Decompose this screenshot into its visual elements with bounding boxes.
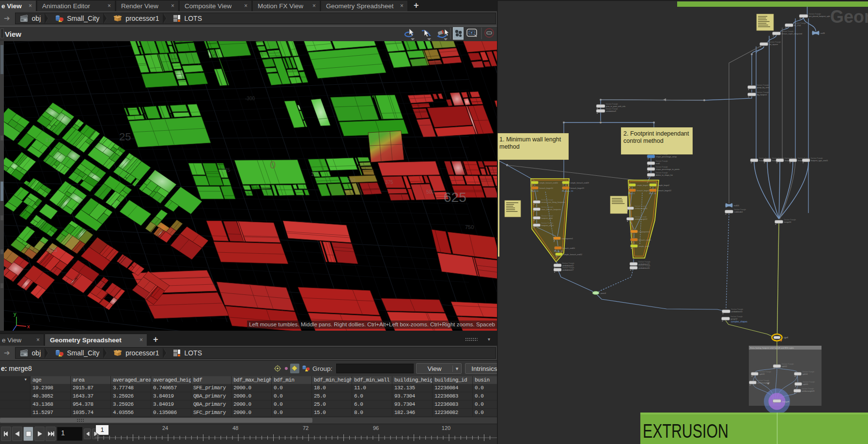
svg-text:split13: split13: [760, 373, 765, 375]
svg-text:Declare Triangle: Declare Triangle: [731, 308, 744, 310]
svg-text:null21: null21: [734, 204, 740, 207]
svg-text:simple_foreach_end19: simple_foreach_end19: [571, 182, 589, 184]
svg-text:split14: split14: [803, 373, 808, 375]
svg-text:attribdelete10: attribdelete10: [731, 311, 743, 313]
svg-text:big_footprint: big_footprint: [757, 94, 768, 96]
svg-text:attribdelete16: attribdelete16: [638, 267, 650, 269]
svg-text:attribwrangle23: attribwrangle23: [802, 390, 815, 392]
svg-text:Merge: 20: Merge: 20: [554, 250, 563, 252]
svg-text:-300: -300: [245, 96, 255, 101]
svg-text:Declare Triangle: Declare Triangle: [606, 108, 618, 110]
svg-text:footprint_select: footprint_select: [542, 225, 555, 227]
svg-text:Declare Triangle: Declare Triangle: [638, 261, 651, 263]
svg-text:shape_percentage_to_points: shape_percentage_to_points: [656, 168, 680, 170]
svg-text:Declare Triangle: Declare Triangle: [782, 363, 794, 365]
svg-text:terrace_non_fitting_footprints: terrace_non_fitting_footprints: [542, 201, 565, 203]
svg-text:Declare Triangle: Declare Triangle: [782, 31, 794, 32]
svg-text:Declare Triangle: Declare Triangle: [803, 381, 815, 383]
svg-text:shape_percentage_setup: shape_percentage_setup: [656, 156, 677, 158]
svg-text:method: method: [499, 143, 520, 150]
svg-text:96: 96: [373, 425, 379, 431]
svg-text:Declare Triangle: Declare Triangle: [542, 215, 554, 217]
svg-text:Declare Triangle: Declare Triangle: [811, 157, 823, 159]
svg-text:Declare Triangle: Declare Triangle: [562, 262, 574, 264]
svg-text:delete_to_shape_list: delete_to_shape_list: [656, 174, 673, 176]
svg-text:125: 125: [311, 171, 319, 177]
svg-text:Declare Triangle: Declare Triangle: [542, 222, 554, 224]
svg-text:Input: 20: Input: 20: [531, 190, 539, 192]
svg-text:foreach_begin10: foreach_begin10: [540, 187, 553, 189]
svg-text:0: 0: [270, 159, 276, 171]
svg-text:Declare Triangle: Declare Triangle: [731, 316, 743, 318]
svg-text:Declare Triangle: Declare Triangle: [656, 160, 668, 162]
svg-text:Declare Triangle: Declare Triangle: [803, 371, 815, 373]
svg-text:control method: control method: [623, 138, 664, 144]
svg-text:2. Footprint independant: 2. Footprint independant: [623, 130, 689, 137]
svg-text:foreach_begin21: foreach_begin21: [637, 190, 651, 192]
svg-text:simple_begin2: simple_begin2: [658, 184, 670, 186]
svg-text:x: x: [27, 323, 30, 329]
svg-text:attribdelete9: attribdelete9: [606, 110, 616, 112]
svg-text:Declare Triangle: Declare Triangle: [635, 216, 647, 218]
svg-text:foreach_end20: foreach_end20: [639, 239, 651, 241]
svg-text:pre_placed_footprint_split: pre_placed_footprint_split: [809, 15, 830, 17]
svg-text:merge8: merge8: [782, 400, 790, 403]
svg-text:z: z: [11, 330, 14, 331]
svg-text:attribwrangle12: attribwrangle12: [635, 218, 648, 220]
svg-text:Declare Triangle: Declare Triangle: [769, 41, 781, 43]
svg-text:-375: -375: [220, 168, 230, 173]
svg-text:foreach_begin22: foreach_begin22: [658, 190, 671, 192]
svg-text:Declare Triangle: Declare Triangle: [635, 205, 647, 207]
svg-text:split15: split15: [803, 383, 808, 385]
svg-text:simple_end6: simple_end6: [639, 245, 650, 247]
svg-text:prim_to_point_with_info: prim_to_point_with_info: [606, 106, 625, 107]
svg-text:footprint_grab: footprint_grab: [542, 217, 553, 219]
svg-text:foreach_begin19: foreach_begin19: [571, 187, 584, 189]
svg-text:copytopoints2: copytopoints2: [639, 231, 650, 233]
svg-text:foreach_end10: foreach_end10: [563, 247, 575, 249]
svg-text:Declare Triangle: Declare Triangle: [757, 84, 769, 86]
svg-text:Declare Triangle: Declare Triangle: [794, 22, 806, 24]
svg-text:init_square: init_square: [769, 44, 778, 46]
svg-text:-425: -425: [46, 247, 57, 253]
svg-text:attribwrangle22: attribwrangle22: [758, 382, 770, 384]
svg-text:Geome: Geome: [830, 7, 868, 27]
svg-text:store_leftover_footprints: store_leftover_footprints: [542, 209, 561, 211]
svg-text:Extra footing; footprint relie: Extra footing; footprint relief for QB a…: [750, 347, 794, 349]
svg-text:null3: null3: [821, 32, 825, 34]
svg-text:375: 375: [385, 180, 393, 185]
svg-text:72: 72: [303, 425, 309, 431]
svg-text:Iterations: 20: Iterations: 20: [562, 190, 574, 192]
svg-text:Declare Triangle: Declare Triangle: [562, 267, 574, 269]
svg-text:Declare Triangle: Declare Triangle: [758, 380, 770, 382]
svg-text:attribwrangle31: attribwrangle31: [635, 208, 648, 210]
svg-text:48: 48: [232, 425, 238, 431]
svg-text:Declare Triangle: Declare Triangle: [757, 92, 769, 93]
svg-text:complex_shapes: complex_shapes: [731, 321, 748, 323]
svg-text:Declare Triangle: Declare Triangle: [760, 371, 772, 373]
svg-text:120: 120: [442, 425, 450, 431]
svg-text:y: y: [14, 311, 16, 317]
svg-text:footprint_type_site01: footprint_type_site01: [811, 160, 828, 162]
svg-text:875: 875: [46, 138, 54, 143]
svg-text:group_by_area: group_by_area: [757, 87, 770, 89]
svg-text:750: 750: [465, 224, 474, 230]
svg-text:EXTRUSION: EXTRUSION: [643, 419, 728, 442]
svg-text:Declare Triangle: Declare Triangle: [656, 166, 668, 168]
svg-text:simple_begin2: simple_begin2: [637, 184, 649, 186]
svg-text:copytopoints1: copytopoints1: [562, 238, 573, 240]
svg-text:terrace_super_integrated: terrace_super_integrated: [782, 33, 802, 35]
svg-text:24: 24: [162, 425, 168, 431]
svg-text:25: 25: [119, 131, 131, 143]
svg-text:end1: end1: [656, 163, 660, 165]
svg-text:Declare Triangle: Declare Triangle: [809, 13, 821, 15]
svg-text:Declare Triangle: Declare Triangle: [542, 199, 554, 201]
svg-text:simple_foreach_end10: simple_foreach_end10: [540, 182, 558, 184]
svg-text:1. Minimum wall lenght: 1. Minimum wall lenght: [499, 136, 561, 143]
svg-text:Declare Triangle: Declare Triangle: [542, 206, 554, 208]
svg-text:merge10: merge10: [784, 221, 791, 223]
svg-text:500: 500: [426, 189, 434, 195]
svg-text:IF_1702: IF_1702: [794, 25, 801, 27]
svg-text:Declare Triangle: Declare Triangle: [802, 388, 814, 390]
svg-text:rge4: rge4: [784, 337, 789, 339]
